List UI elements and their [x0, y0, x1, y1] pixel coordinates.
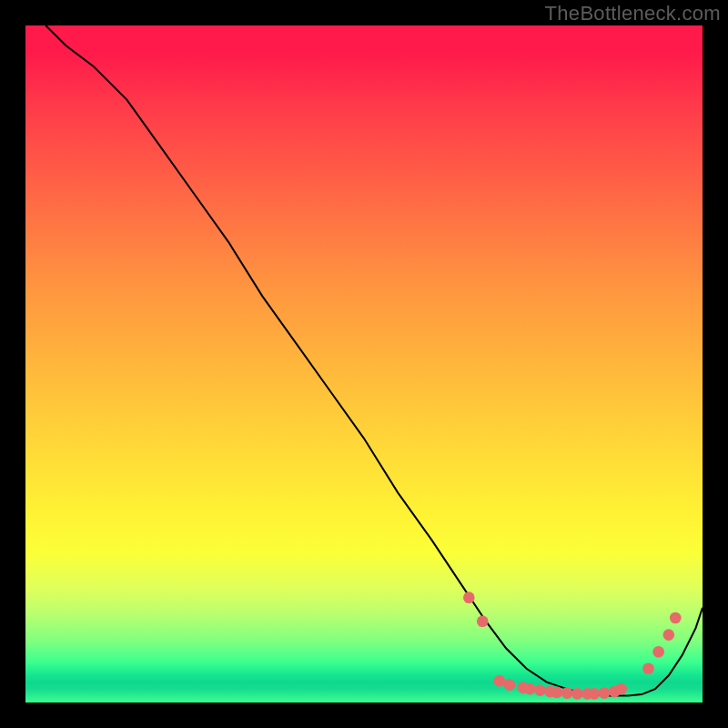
marker-dot: [524, 683, 536, 695]
marker-dot: [463, 592, 475, 603]
marker-dot: [534, 684, 546, 696]
marker-dot: [599, 687, 611, 699]
marker-dot: [662, 629, 674, 641]
plot-area: [25, 25, 703, 703]
marker-dot: [504, 679, 516, 691]
highlight-markers: [463, 592, 682, 699]
marker-dot: [615, 683, 627, 695]
marker-dot: [652, 646, 664, 658]
marker-dot: [670, 612, 682, 624]
marker-dot: [493, 675, 505, 687]
marker-dot: [571, 688, 583, 700]
marker-dot: [642, 662, 654, 674]
chart-svg: [25, 25, 703, 703]
marker-dot: [477, 615, 489, 627]
curve-line: [46, 25, 703, 696]
marker-dot: [589, 688, 601, 700]
marker-dot: [561, 687, 573, 699]
chart-frame: TheBottleneck.com: [0, 0, 728, 728]
watermark-text: TheBottleneck.com: [545, 2, 721, 25]
marker-dot: [551, 687, 563, 699]
